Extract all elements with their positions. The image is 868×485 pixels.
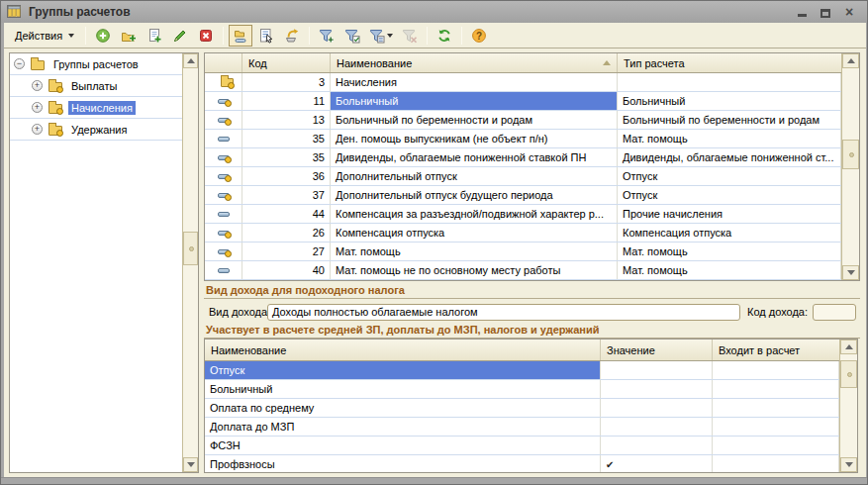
scroll-down-arrow[interactable] — [840, 457, 857, 472]
refresh-button[interactable] — [433, 25, 456, 47]
table-row[interactable]: 37 Дополнительный отпуск будущего период… — [205, 186, 841, 205]
income-code-input[interactable] — [813, 304, 856, 321]
tree-scrollbar[interactable] — [182, 53, 198, 472]
row-icon-cell[interactable] — [205, 111, 242, 129]
row-icon-cell[interactable]: ↑ — [205, 73, 242, 91]
scroll-up-arrow[interactable] — [183, 53, 198, 68]
maximize-button[interactable] — [818, 5, 833, 19]
name-cell[interactable]: Компенсация за разъездной/подвижной хара… — [331, 205, 618, 223]
add-group-button[interactable] — [117, 25, 141, 47]
code-cell[interactable]: 27 — [242, 242, 331, 260]
row-icon-cell[interactable] — [205, 92, 242, 110]
name-cell[interactable]: Дивиденды, облагаемые пониженной ставкой… — [331, 148, 618, 166]
code-cell[interactable]: 35 — [242, 148, 331, 166]
table-row[interactable]: 44 Компенсация за разъездной/подвижной х… — [205, 205, 841, 224]
type-cell[interactable]: Отпуск — [618, 167, 841, 185]
code-cell[interactable]: 36 — [242, 167, 331, 185]
hierarchy-view-button[interactable] — [229, 25, 252, 47]
name-cell[interactable]: Начисления — [331, 73, 618, 91]
value-cell[interactable] — [601, 399, 713, 417]
edit-button[interactable] — [168, 25, 192, 47]
row-icon-cell[interactable] — [205, 205, 242, 223]
type-cell[interactable]: Мат. помощь — [618, 242, 841, 260]
help-button[interactable]: ? — [467, 25, 491, 47]
tree-item-label[interactable]: Начисления — [68, 101, 136, 115]
table-row[interactable]: Оплата по среднему — [205, 399, 839, 418]
code-cell[interactable]: 44 — [242, 205, 331, 223]
table-row[interactable]: 36 Дополнительный отпуск Отпуск — [205, 167, 841, 186]
included-cell[interactable] — [713, 436, 839, 454]
row-icon-cell[interactable] — [205, 130, 242, 147]
code-cell[interactable]: 11 — [242, 92, 331, 110]
icon-column-header[interactable] — [205, 53, 242, 72]
scroll-thumb[interactable] — [842, 140, 859, 169]
name-cell[interactable]: Компенсация отпуска — [331, 224, 618, 242]
name-cell[interactable]: Отпуск — [205, 361, 601, 379]
row-icon-cell[interactable] — [205, 261, 242, 279]
included-cell[interactable] — [713, 418, 839, 436]
name-column-header[interactable]: Наименование — [331, 53, 618, 72]
type-cell[interactable]: Отпуск — [618, 186, 841, 204]
move-to-group-button[interactable] — [280, 25, 304, 47]
table-row[interactable]: Отпуск — [205, 361, 839, 380]
value-cell[interactable] — [601, 380, 713, 398]
value-cell[interactable]: ✔ — [601, 455, 713, 472]
tree-item-label[interactable]: Группы расчетов — [50, 57, 142, 71]
scroll-thumb[interactable] — [183, 232, 198, 265]
name-cell[interactable]: ФСЗН — [205, 436, 601, 454]
name-cell[interactable]: Мат. помощь не по основному месту работы — [331, 261, 618, 279]
add-button[interactable] — [91, 25, 115, 47]
table-row[interactable]: Больничный — [205, 380, 839, 399]
tree-item[interactable]: + Удержания — [10, 119, 182, 141]
scroll-down-arrow[interactable] — [842, 265, 859, 280]
tree-item[interactable]: + Начисления — [10, 97, 182, 119]
code-cell[interactable]: 13 — [242, 111, 331, 129]
table-row[interactable]: Доплата до МЗП — [205, 418, 839, 436]
row-icon-cell[interactable] — [205, 224, 242, 242]
table-row[interactable]: 40 Мат. помощь не по основному месту раб… — [205, 261, 841, 280]
table-scrollbar[interactable] — [839, 340, 857, 472]
delete-button[interactable] — [194, 25, 218, 47]
table-row[interactable]: 11 Больничный Больничный — [205, 92, 841, 111]
tree-item-label[interactable]: Выплаты — [68, 79, 120, 93]
actions-menu-button[interactable]: Действия — [8, 26, 81, 46]
name-cell[interactable]: Больничный по беременности и родам — [331, 111, 618, 129]
scroll-track[interactable] — [840, 354, 857, 457]
name-cell[interactable]: Ден. помощь выпускникам (не объект п/н) — [331, 130, 618, 147]
included-cell[interactable] — [713, 380, 839, 398]
type-cell[interactable]: Мат. помощь — [618, 261, 841, 279]
table-row[interactable]: 35 Дивиденды, облагаемые пониженной став… — [205, 148, 841, 167]
row-icon-cell[interactable] — [205, 186, 242, 204]
tree-expander-icon[interactable]: + — [32, 124, 43, 135]
type-cell[interactable]: Компенсация отпуска — [618, 224, 841, 242]
name-cell[interactable]: Больничный — [205, 380, 601, 398]
filter-button[interactable] — [315, 25, 338, 47]
tree-item-label[interactable]: Удержания — [68, 123, 130, 137]
type-cell[interactable]: Дивиденды, облагаемые пониженной ст... — [618, 148, 841, 166]
type-cell[interactable]: Мат. помощь — [618, 130, 841, 147]
table-row[interactable]: 27 Мат. помощь Мат. помощь — [205, 242, 841, 261]
table-row[interactable]: 13 Больничный по беременности и родам Бо… — [205, 111, 841, 130]
tree-item[interactable]: + Выплаты — [10, 75, 182, 97]
tree-expander-icon[interactable]: + — [32, 80, 43, 91]
scroll-up-arrow[interactable] — [842, 53, 859, 68]
value-cell[interactable] — [601, 418, 713, 436]
name-cell[interactable]: Дополнительный отпуск будущего периода — [331, 186, 618, 204]
filter-menu-button[interactable] — [366, 25, 396, 47]
scroll-up-arrow[interactable] — [840, 340, 857, 354]
name-cell[interactable]: Оплата по среднему — [205, 399, 601, 417]
code-cell[interactable]: 37 — [242, 186, 331, 204]
name-cell[interactable]: Больничный — [331, 92, 618, 110]
code-cell[interactable]: 40 — [242, 261, 331, 279]
minimize-button[interactable] — [794, 5, 810, 19]
scroll-track[interactable] — [183, 68, 198, 457]
copy-button[interactable] — [143, 25, 166, 47]
name-cell[interactable]: Дополнительный отпуск — [331, 167, 618, 185]
code-cell[interactable]: 35 — [242, 130, 331, 147]
row-icon-cell[interactable] — [205, 148, 242, 166]
type-cell[interactable]: Больничный — [618, 92, 841, 110]
code-column-header[interactable]: Код — [242, 53, 331, 72]
table-row[interactable]: Профвзносы ✔ — [205, 455, 839, 472]
type-column-header[interactable]: Тип расчета — [618, 53, 843, 72]
code-cell[interactable]: 3 — [242, 73, 331, 91]
